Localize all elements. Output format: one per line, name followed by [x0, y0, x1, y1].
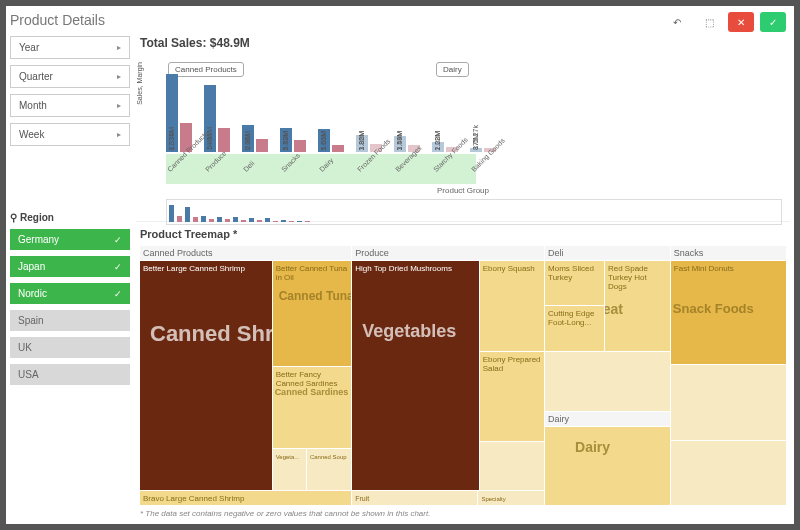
filter-week[interactable]: Week▸: [10, 123, 130, 146]
tm-cell[interactable]: Red Spade Turkey Hot DogsMeat: [605, 261, 670, 351]
tm-cell[interactable]: [671, 441, 786, 505]
region-usa[interactable]: USA: [10, 364, 130, 385]
main-content: ↶ ⬚ ✕ ✓ Total Sales: $48.9M Sales, Margi…: [136, 10, 790, 520]
toolbar: ↶ ⬚ ✕ ✓: [136, 10, 790, 34]
mini-chart[interactable]: [166, 199, 782, 225]
filter-month[interactable]: Month▸: [10, 94, 130, 117]
bar-chart[interactable]: Sales, Margin Canned Products Dairy 17.3…: [136, 52, 790, 222]
chevron-right-icon: ▸: [117, 101, 121, 110]
bar-group[interactable]: 6.06M2.8M: [242, 125, 268, 152]
confirm-button[interactable]: ✓: [760, 12, 786, 32]
tm-cell[interactable]: [480, 442, 544, 490]
tm-cell[interactable]: Fast Mini DonutsSnack Foods: [671, 261, 786, 364]
tm-cell[interactable]: Canned Soup: [307, 449, 351, 490]
tm-cell[interactable]: High Top Dried MushroomsVegetables: [352, 261, 479, 490]
region-uk[interactable]: UK: [10, 337, 130, 358]
tm-cell[interactable]: Ebony Squash: [480, 261, 544, 351]
x-axis-label: Product Group: [140, 186, 786, 195]
region-japan[interactable]: Japan✓: [10, 256, 130, 277]
tm-cell[interactable]: Moms Sliced Turkey: [545, 261, 604, 305]
tm-cell[interactable]: Cutting Edge Foot-Long...: [545, 306, 604, 350]
tm-hdr-dairy: Dairy: [545, 412, 670, 426]
tm-hdr-snacks: Snacks: [671, 246, 786, 260]
bar-group[interactable]: 5.42M2.59M: [280, 128, 306, 152]
check-icon: ✓: [114, 262, 122, 272]
treemap-title: Product Treemap *: [136, 224, 790, 244]
tm-cell[interactable]: [671, 365, 786, 439]
page-title: Product Details: [10, 10, 130, 30]
undo-icon[interactable]: ↶: [664, 12, 690, 32]
treemap[interactable]: Canned Products Better Large Canned Shri…: [136, 246, 790, 505]
check-icon: ✓: [114, 289, 122, 299]
region-header: ⚲Region: [10, 212, 130, 223]
sidebar: Product Details Year▸ Quarter▸ Month▸ We…: [10, 10, 130, 520]
check-icon: ✓: [114, 235, 122, 245]
tm-cell[interactable]: Vegeta...: [273, 449, 306, 490]
total-sales: Total Sales: $48.9M: [136, 36, 790, 50]
cancel-button[interactable]: ✕: [728, 12, 754, 32]
region-germany[interactable]: Germany✓: [10, 229, 130, 250]
bar-group[interactable]: 14.99M5.4M: [204, 85, 230, 152]
tm-hdr-produce: Produce: [352, 246, 544, 260]
tm-hdr-canned: Canned Products: [140, 246, 351, 260]
tm-cell[interactable]: Ebony Prepared Salad: [480, 352, 544, 442]
bar-group[interactable]: 5.06M1.61M: [318, 129, 344, 152]
chevron-right-icon: ▸: [117, 72, 121, 81]
tm-cell[interactable]: Dairy: [545, 427, 670, 505]
search-icon: ⚲: [10, 212, 17, 223]
region-nordic[interactable]: Nordic✓: [10, 283, 130, 304]
tm-cell[interactable]: Better Large Canned ShrimpCanned Shrimp: [140, 261, 272, 490]
filter-quarter[interactable]: Quarter▸: [10, 65, 130, 88]
chevron-right-icon: ▸: [117, 43, 121, 52]
tm-cell[interactable]: Bravo Large Canned Shrimp: [140, 491, 351, 505]
tm-cell[interactable]: Fruit: [352, 491, 477, 505]
tm-cell[interactable]: Specialty: [478, 491, 544, 505]
filter-year[interactable]: Year▸: [10, 36, 130, 59]
region-spain[interactable]: Spain: [10, 310, 130, 331]
tm-hdr-deli: Deli: [545, 246, 670, 260]
footnote: * The data set contains negative or zero…: [136, 507, 790, 520]
lasso-icon[interactable]: ⬚: [696, 12, 722, 32]
bar-group[interactable]: 17.34M6.37M: [166, 74, 192, 152]
chevron-right-icon: ▸: [117, 130, 121, 139]
tm-cell[interactable]: Better Canned Tuna in OilCanned Tuna: [273, 261, 352, 366]
tm-cell[interactable]: [545, 352, 670, 412]
tm-cell[interactable]: Better Fancy Canned SardinesCanned Sardi…: [273, 367, 352, 447]
